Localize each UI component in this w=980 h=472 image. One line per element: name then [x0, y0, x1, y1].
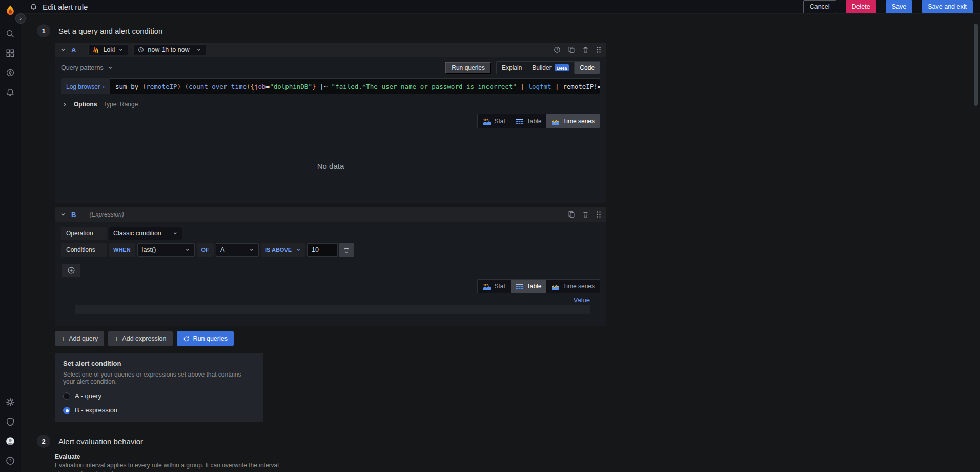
chevron-down-icon — [296, 247, 301, 252]
timeseries-icon — [552, 283, 559, 290]
expression-b-ref[interactable]: B — [71, 211, 76, 219]
topbar: Edit alert rule Cancel Delete Save Save … — [21, 0, 980, 14]
viz-tab-timeseries[interactable]: Time series — [546, 280, 600, 293]
sidebar-expand-button[interactable]: › — [15, 13, 26, 24]
chevron-down-icon — [118, 47, 124, 52]
grafana-logo-icon[interactable] — [4, 4, 17, 17]
collapse-chevron-icon[interactable] — [60, 211, 66, 218]
alert-rule-bell-icon — [30, 3, 37, 11]
remove-query-trash-icon[interactable] — [582, 46, 589, 53]
scrollbar[interactable] — [974, 24, 978, 106]
profile-avatar[interactable] — [1, 435, 19, 447]
chevron-right-icon[interactable] — [62, 102, 68, 107]
sidebar-bottom-icons: ? — [1, 396, 19, 467]
svg-text:?: ? — [556, 48, 558, 51]
step-1-badge: 1 — [37, 24, 50, 37]
radio-checked[interactable] — [63, 407, 70, 414]
operation-select[interactable]: Classic condition — [109, 227, 182, 240]
value-column-header[interactable]: Value — [574, 296, 590, 304]
viz-tab-timeseries-label: Time series — [563, 283, 595, 290]
set-alert-condition-card: Set alert condition Select one of your q… — [55, 353, 263, 422]
condition-option-a[interactable]: A - query — [63, 392, 255, 400]
settings-gear-icon[interactable] — [1, 396, 19, 408]
radio-unchecked[interactable] — [63, 392, 70, 400]
viz-tab-table[interactable]: Table — [511, 280, 547, 293]
viz-tab-timeseries[interactable]: Time series — [546, 114, 600, 128]
step-2-body: Evaluate Evaluation interval applies to … — [55, 453, 606, 472]
duplicate-expression-icon[interactable] — [568, 211, 575, 218]
viz-tab-stat[interactable]: 123 Stat — [478, 114, 510, 128]
time-range-label: now-1h to now — [148, 46, 189, 53]
table-header-row: Value — [61, 294, 600, 305]
evaluator-select[interactable]: IS ABOVE — [261, 243, 305, 257]
query-editor: Query patterns Run queries Explain — [55, 57, 606, 112]
save-button[interactable]: Save — [886, 0, 913, 13]
expression-b-header: B (Expression) — [55, 207, 606, 222]
of-label: OF — [197, 243, 214, 257]
expression-kind-label: (Expression) — [89, 211, 124, 218]
reducer-function-select[interactable]: last() — [137, 243, 195, 257]
expression-b-viz-row: 123 Stat Table Time se — [61, 277, 600, 293]
table-icon — [516, 118, 523, 125]
options-label[interactable]: Options — [74, 101, 97, 108]
query-patterns-dropdown[interactable]: Query patterns — [61, 64, 113, 71]
server-admin-shield-icon[interactable] — [1, 416, 19, 428]
svg-text:123: 123 — [483, 118, 489, 121]
table-row — [75, 305, 590, 314]
expression-b-body: Operation Classic condition Conditions W… — [55, 222, 606, 326]
beta-badge: Beta — [555, 64, 569, 71]
run-queries-button[interactable]: Run queries — [177, 331, 234, 346]
evaluator-value: IS ABOVE — [265, 247, 292, 253]
time-range-picker[interactable]: now-1h to now — [133, 44, 206, 55]
drag-handle-icon[interactable] — [596, 46, 601, 53]
operation-row: Operation Classic condition — [61, 227, 600, 240]
add-query-button[interactable]: + Add query — [55, 331, 104, 346]
drag-handle-icon[interactable] — [596, 211, 601, 218]
query-a-header-icons: ? — [554, 46, 601, 53]
condition-option-b[interactable]: B - expression — [63, 406, 255, 414]
chevron-right-icon: › — [103, 83, 105, 90]
dashboards-icon[interactable] — [1, 47, 19, 60]
add-expression-button[interactable]: + Add expression — [108, 331, 172, 346]
search-icon[interactable] — [1, 28, 19, 40]
save-and-exit-button[interactable]: Save and exit — [922, 0, 973, 13]
add-query-label: Add query — [69, 335, 98, 342]
plus-circle-icon — [67, 266, 75, 274]
query-a-ref[interactable]: A — [71, 46, 76, 54]
query-expression-input[interactable]: sum by (remoteIP) (count_over_time({job=… — [110, 78, 600, 94]
remove-expression-trash-icon[interactable] — [582, 211, 589, 218]
cancel-button[interactable]: Cancel — [803, 0, 836, 13]
viz-tab-table-label: Table — [527, 117, 542, 125]
mode-code[interactable]: Code — [574, 62, 600, 74]
duplicate-query-icon[interactable] — [568, 46, 575, 53]
expression-b-panel: B (Expression) — [55, 207, 606, 326]
chevron-down-icon — [173, 231, 178, 236]
viz-tab-table[interactable]: Table — [511, 114, 547, 128]
options-type: Type: Range — [103, 101, 138, 108]
help-icon[interactable]: ? — [1, 455, 19, 467]
query-help-icon[interactable]: ? — [554, 46, 561, 53]
no-data-message: No data — [55, 128, 606, 203]
operation-label: Operation — [61, 227, 107, 240]
query-ref-select[interactable]: A — [216, 243, 259, 257]
run-queries-small-button[interactable]: Run queries — [445, 62, 491, 74]
chevron-down-icon — [196, 47, 201, 52]
set-alert-condition-title: Set alert condition — [63, 360, 255, 367]
mode-builder[interactable]: Builder Beta — [527, 62, 574, 74]
alerting-bell-icon[interactable] — [1, 86, 19, 99]
collapse-chevron-icon[interactable] — [60, 47, 66, 53]
add-condition-button[interactable] — [62, 264, 80, 277]
explore-compass-icon[interactable] — [1, 67, 19, 79]
expression-result-table: Value — [61, 294, 600, 324]
delete-button[interactable]: Delete — [846, 0, 876, 13]
table-icon — [516, 283, 523, 290]
mode-explain[interactable]: Explain — [497, 62, 527, 74]
sidebar-top-icons — [1, 28, 19, 99]
log-browser-button[interactable]: Log browser › — [61, 78, 110, 94]
table-footer-space — [61, 314, 600, 324]
threshold-input[interactable] — [307, 243, 338, 257]
conditions-row: Conditions WHEN last() OF A — [61, 243, 600, 257]
datasource-picker[interactable]: Loki — [88, 44, 128, 55]
remove-condition-trash-button[interactable] — [339, 243, 354, 257]
viz-tab-stat[interactable]: 123 Stat — [478, 280, 510, 293]
